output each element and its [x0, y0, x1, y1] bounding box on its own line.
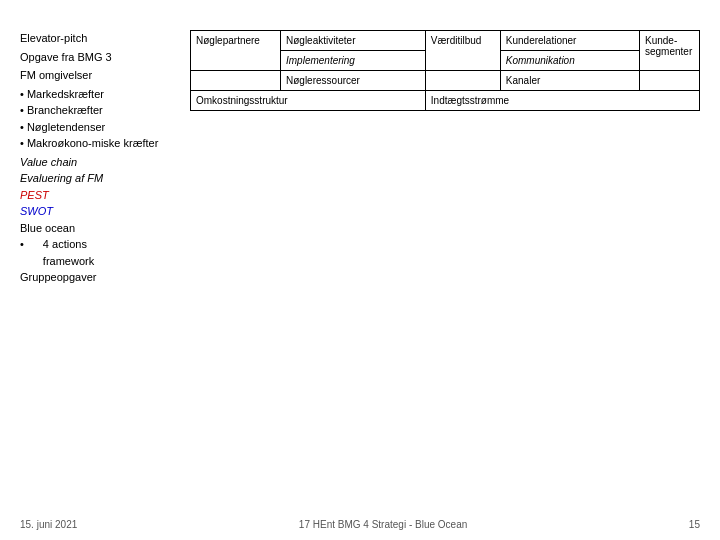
left-panel: Elevator-pitch Opgave fra BMG 3 FM omgiv… — [20, 30, 175, 286]
bullet-dot: • — [20, 236, 24, 269]
framework: framework — [28, 253, 94, 270]
cell-indtaegtsstroemme: Indtægtsstrømme — [425, 91, 699, 111]
elevator-pitch: Elevator-pitch — [20, 30, 175, 47]
canvas-row-4: Omkostningsstruktur Indtægtsstrømme — [191, 91, 700, 111]
canvas-row-3: Nøgleressourcer Kanaler — [191, 71, 700, 91]
cell-nogleaktiviteter: Nøgleaktiviteter — [281, 31, 426, 51]
cell-kundesegmenter: Kunde-segmenter — [640, 31, 700, 71]
footer-page: 15 — [689, 519, 700, 530]
bullet-2: Branchekræfter — [20, 102, 175, 119]
cell-vaerditilbud: Værditilbud — [425, 31, 500, 71]
evaluering: Evaluering af FM — [20, 170, 175, 187]
opgave-title: Opgave fra BMG 3 — [20, 49, 175, 66]
business-model-canvas: Nøglepartnere Nøgleaktiviteter Værditilb… — [190, 30, 700, 111]
four-actions: 4 actions — [28, 236, 94, 253]
cell-omkostningsstruktur: Omkostningsstruktur — [191, 91, 426, 111]
swot: SWOT — [20, 203, 175, 220]
pest: PEST — [20, 187, 175, 204]
bullet-1: Markedskræfter — [20, 86, 175, 103]
bullet-3: Nøgletendenser — [20, 119, 175, 136]
footer-title: 17 HEnt BMG 4 Strategi - Blue Ocean — [299, 519, 467, 530]
fm-bullets: Markedskræfter Branchekræfter Nøgletende… — [20, 86, 175, 152]
footer: 15. juni 2021 17 HEnt BMG 4 Strategi - B… — [0, 519, 720, 530]
cell-vaerditilbud-empty — [425, 71, 500, 91]
blue-ocean: Blue ocean — [20, 220, 175, 237]
fm-omgivelser: FM omgivelser — [20, 67, 175, 84]
cell-kommunikation: Kommunikation — [500, 51, 639, 71]
value-chain: Value chain — [20, 154, 175, 171]
cell-noglepartnere-2 — [191, 71, 281, 91]
cell-nogleressourcer: Implementering — [281, 51, 426, 71]
gruppeopgaver: Gruppeopgaver — [20, 269, 175, 286]
cell-kunderelationer: Kunderelationer — [500, 31, 639, 51]
canvas-container: Nøglepartnere Nøgleaktiviteter Værditilb… — [190, 30, 700, 286]
cell-kanaler: Kanaler — [500, 71, 639, 91]
footer-date: 15. juni 2021 — [20, 519, 77, 530]
canvas-row-1: Nøglepartnere Nøgleaktiviteter Værditilb… — [191, 31, 700, 51]
cell-nogleressourcer-2: Nøgleressourcer — [281, 71, 426, 91]
cell-kundesegmenter-empty — [640, 71, 700, 91]
cell-noglepartnere: Nøglepartnere — [191, 31, 281, 71]
bullet-4: Makroøkono-miske kræfter — [20, 135, 175, 152]
